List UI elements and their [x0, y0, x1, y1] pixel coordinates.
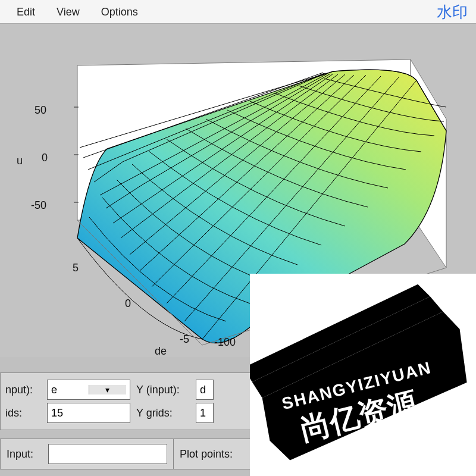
z-tick-50: 50	[35, 104, 46, 117]
y-input-label: Y (input):	[136, 384, 190, 396]
x-input-value: e	[51, 384, 89, 396]
y-tick-0: 0	[125, 298, 131, 310]
x-input-label: nput):	[5, 384, 41, 396]
menu-edit[interactable]: Edit	[6, 0, 46, 24]
y-grids-label: Y grids:	[136, 407, 190, 419]
menu-view[interactable]: View	[46, 0, 90, 24]
x-grids-input[interactable]: 15	[47, 403, 130, 423]
plot-points-label: Plot points:	[180, 448, 245, 461]
z-tick-0: 0	[42, 152, 48, 164]
menu-options[interactable]: Options	[90, 0, 149, 24]
x-grids-value: 15	[51, 407, 126, 419]
y-grids-input[interactable]: 1	[196, 403, 214, 423]
y-tick-5: 5	[73, 262, 79, 274]
menu-bar: Edit View Options 水印	[0, 0, 476, 24]
y-input-dropdown[interactable]: d	[196, 380, 214, 400]
x-tick--100: -100	[214, 336, 236, 349]
x-grids-label: ids:	[5, 407, 41, 419]
y-input-value: d	[200, 384, 209, 396]
z-axis-label: u	[17, 155, 23, 167]
y-tick--5: -5	[180, 333, 189, 346]
z-tick--50: -50	[31, 199, 46, 212]
ref-input-field[interactable]	[48, 444, 167, 464]
corner-watermark: 水印	[437, 0, 468, 24]
watermark-logo: SHANGYIZIYUAN 尚亿资源	[250, 274, 476, 476]
ref-input-label: Input:	[7, 448, 42, 461]
y-grids-value: 1	[200, 407, 209, 419]
x-input-dropdown[interactable]: e ▾	[47, 380, 130, 400]
y-axis-label: de	[155, 345, 167, 358]
chevron-down-icon: ▾	[89, 385, 127, 394]
